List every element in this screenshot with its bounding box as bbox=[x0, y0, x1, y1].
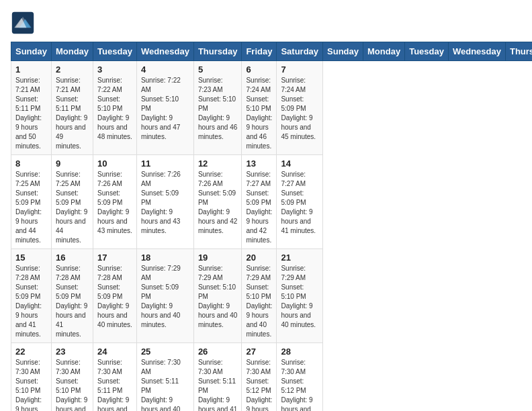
day-info: Sunrise: 7:23 AM Sunset: 5:10 PM Dayligh… bbox=[198, 76, 238, 142]
header-tuesday: Tuesday bbox=[405, 42, 449, 61]
logo-icon bbox=[11, 11, 35, 35]
day-number: 23 bbox=[56, 347, 89, 357]
calendar-header-row: SundayMondayTuesdayWednesdayThursdayFrid… bbox=[11, 42, 533, 61]
day-info: Sunrise: 7:29 AM Sunset: 5:10 PM Dayligh… bbox=[246, 264, 272, 339]
calendar-cell: 20Sunrise: 7:29 AM Sunset: 5:10 PM Dayli… bbox=[242, 249, 277, 343]
day-info: Sunrise: 7:29 AM Sunset: 5:10 PM Dayligh… bbox=[198, 264, 238, 330]
logo bbox=[11, 11, 38, 35]
day-number: 27 bbox=[246, 347, 272, 357]
header-friday: Friday bbox=[242, 42, 277, 61]
calendar-table: SundayMondayTuesdayWednesdayThursdayFrid… bbox=[11, 42, 532, 411]
calendar-cell: 24Sunrise: 7:30 AM Sunset: 5:11 PM Dayli… bbox=[93, 343, 137, 412]
header-monday: Monday bbox=[363, 42, 405, 61]
day-info: Sunrise: 7:27 AM Sunset: 5:09 PM Dayligh… bbox=[281, 170, 318, 236]
calendar-cell: 10Sunrise: 7:26 AM Sunset: 5:09 PM Dayli… bbox=[93, 155, 137, 249]
calendar-cell: 6Sunrise: 7:24 AM Sunset: 5:10 PM Daylig… bbox=[242, 61, 277, 155]
calendar-week-row: 15Sunrise: 7:28 AM Sunset: 5:09 PM Dayli… bbox=[11, 249, 533, 343]
day-info: Sunrise: 7:25 AM Sunset: 5:09 PM Dayligh… bbox=[15, 170, 47, 245]
day-number: 25 bbox=[141, 347, 189, 357]
calendar-cell: 1Sunrise: 7:21 AM Sunset: 5:11 PM Daylig… bbox=[11, 61, 52, 155]
calendar-cell: 3Sunrise: 7:22 AM Sunset: 5:10 PM Daylig… bbox=[93, 61, 137, 155]
calendar-cell: 26Sunrise: 7:30 AM Sunset: 5:11 PM Dayli… bbox=[193, 343, 242, 412]
day-number: 8 bbox=[15, 158, 47, 169]
day-number: 22 bbox=[15, 347, 47, 357]
calendar-week-row: 8Sunrise: 7:25 AM Sunset: 5:09 PM Daylig… bbox=[11, 155, 533, 249]
calendar-cell: 25Sunrise: 7:30 AM Sunset: 5:11 PM Dayli… bbox=[136, 343, 193, 412]
day-number: 1 bbox=[15, 64, 47, 75]
day-info: Sunrise: 7:30 AM Sunset: 5:11 PM Dayligh… bbox=[198, 358, 238, 411]
header-monday: Monday bbox=[51, 42, 93, 61]
day-info: Sunrise: 7:30 AM Sunset: 5:11 PM Dayligh… bbox=[97, 358, 132, 411]
day-info: Sunrise: 7:30 AM Sunset: 5:11 PM Dayligh… bbox=[141, 358, 189, 411]
day-info: Sunrise: 7:30 AM Sunset: 5:10 PM Dayligh… bbox=[56, 358, 89, 411]
calendar-cell: 14Sunrise: 7:27 AM Sunset: 5:09 PM Dayli… bbox=[277, 155, 323, 249]
day-number: 7 bbox=[281, 64, 318, 75]
calendar-cell: 16Sunrise: 7:28 AM Sunset: 5:09 PM Dayli… bbox=[51, 249, 93, 343]
day-number: 20 bbox=[246, 253, 272, 263]
day-number: 4 bbox=[141, 64, 189, 75]
calendar-cell: 15Sunrise: 7:28 AM Sunset: 5:09 PM Dayli… bbox=[11, 249, 52, 343]
day-number: 17 bbox=[97, 253, 132, 263]
day-info: Sunrise: 7:26 AM Sunset: 5:09 PM Dayligh… bbox=[97, 170, 132, 236]
header-tuesday: Tuesday bbox=[93, 42, 137, 61]
calendar-cell: 7Sunrise: 7:24 AM Sunset: 5:09 PM Daylig… bbox=[277, 61, 323, 155]
day-info: Sunrise: 7:29 AM Sunset: 5:09 PM Dayligh… bbox=[141, 264, 189, 330]
day-info: Sunrise: 7:30 AM Sunset: 5:10 PM Dayligh… bbox=[15, 358, 47, 411]
calendar-cell: 18Sunrise: 7:29 AM Sunset: 5:09 PM Dayli… bbox=[136, 249, 193, 343]
day-number: 3 bbox=[97, 64, 132, 75]
day-info: Sunrise: 7:27 AM Sunset: 5:09 PM Dayligh… bbox=[246, 170, 272, 245]
calendar-cell: 12Sunrise: 7:26 AM Sunset: 5:09 PM Dayli… bbox=[193, 155, 242, 249]
calendar-cell: 28Sunrise: 7:30 AM Sunset: 5:12 PM Dayli… bbox=[277, 343, 323, 412]
calendar-cell: 5Sunrise: 7:23 AM Sunset: 5:10 PM Daylig… bbox=[193, 61, 242, 155]
day-info: Sunrise: 7:26 AM Sunset: 5:09 PM Dayligh… bbox=[198, 170, 238, 236]
calendar-cell: 27Sunrise: 7:30 AM Sunset: 5:12 PM Dayli… bbox=[242, 343, 277, 412]
day-number: 6 bbox=[246, 64, 272, 75]
day-info: Sunrise: 7:29 AM Sunset: 5:10 PM Dayligh… bbox=[281, 264, 318, 330]
day-info: Sunrise: 7:28 AM Sunset: 5:09 PM Dayligh… bbox=[15, 264, 47, 339]
header-sunday: Sunday bbox=[11, 42, 52, 61]
day-info: Sunrise: 7:21 AM Sunset: 5:11 PM Dayligh… bbox=[56, 76, 89, 151]
day-number: 2 bbox=[56, 64, 89, 75]
day-info: Sunrise: 7:24 AM Sunset: 5:09 PM Dayligh… bbox=[281, 76, 318, 142]
calendar-week-row: 1Sunrise: 7:21 AM Sunset: 5:11 PM Daylig… bbox=[11, 61, 533, 155]
day-number: 15 bbox=[15, 253, 47, 263]
day-info: Sunrise: 7:21 AM Sunset: 5:11 PM Dayligh… bbox=[15, 76, 47, 151]
calendar-cell: 13Sunrise: 7:27 AM Sunset: 5:09 PM Dayli… bbox=[242, 155, 277, 249]
day-number: 16 bbox=[56, 253, 89, 263]
day-number: 28 bbox=[281, 347, 318, 357]
calendar-cell: 22Sunrise: 7:30 AM Sunset: 5:10 PM Dayli… bbox=[11, 343, 52, 412]
header-thursday: Thursday bbox=[505, 42, 532, 61]
header-wednesday: Wednesday bbox=[136, 42, 193, 61]
day-number: 14 bbox=[281, 158, 318, 169]
day-info: Sunrise: 7:26 AM Sunset: 5:09 PM Dayligh… bbox=[141, 170, 189, 236]
calendar-cell: 23Sunrise: 7:30 AM Sunset: 5:10 PM Dayli… bbox=[51, 343, 93, 412]
header-saturday: Saturday bbox=[277, 42, 323, 61]
day-number: 5 bbox=[198, 64, 238, 75]
day-number: 18 bbox=[141, 253, 189, 263]
day-info: Sunrise: 7:22 AM Sunset: 5:10 PM Dayligh… bbox=[141, 76, 189, 142]
day-info: Sunrise: 7:22 AM Sunset: 5:10 PM Dayligh… bbox=[97, 76, 132, 142]
day-number: 13 bbox=[246, 158, 272, 169]
day-info: Sunrise: 7:28 AM Sunset: 5:09 PM Dayligh… bbox=[56, 264, 89, 339]
day-number: 12 bbox=[198, 158, 238, 169]
calendar-cell: 21Sunrise: 7:29 AM Sunset: 5:10 PM Dayli… bbox=[277, 249, 323, 343]
day-info: Sunrise: 7:24 AM Sunset: 5:10 PM Dayligh… bbox=[246, 76, 272, 151]
day-number: 21 bbox=[281, 253, 318, 263]
header-thursday: Thursday bbox=[193, 42, 242, 61]
day-number: 26 bbox=[198, 347, 238, 357]
calendar-week-row: 22Sunrise: 7:30 AM Sunset: 5:10 PM Dayli… bbox=[11, 343, 533, 412]
day-info: Sunrise: 7:30 AM Sunset: 5:12 PM Dayligh… bbox=[281, 358, 318, 411]
day-info: Sunrise: 7:25 AM Sunset: 5:09 PM Dayligh… bbox=[56, 170, 89, 245]
header-wednesday: Wednesday bbox=[448, 42, 505, 61]
day-info: Sunrise: 7:28 AM Sunset: 5:09 PM Dayligh… bbox=[97, 264, 132, 330]
calendar-cell: 2Sunrise: 7:21 AM Sunset: 5:11 PM Daylig… bbox=[51, 61, 93, 155]
header bbox=[11, 11, 521, 35]
calendar-cell: 11Sunrise: 7:26 AM Sunset: 5:09 PM Dayli… bbox=[136, 155, 193, 249]
day-number: 24 bbox=[97, 347, 132, 357]
day-number: 19 bbox=[198, 253, 238, 263]
day-number: 9 bbox=[56, 158, 89, 169]
day-info: Sunrise: 7:30 AM Sunset: 5:12 PM Dayligh… bbox=[246, 358, 272, 411]
day-number: 10 bbox=[97, 158, 132, 169]
day-number: 11 bbox=[141, 158, 189, 169]
calendar-cell: 19Sunrise: 7:29 AM Sunset: 5:10 PM Dayli… bbox=[193, 249, 242, 343]
